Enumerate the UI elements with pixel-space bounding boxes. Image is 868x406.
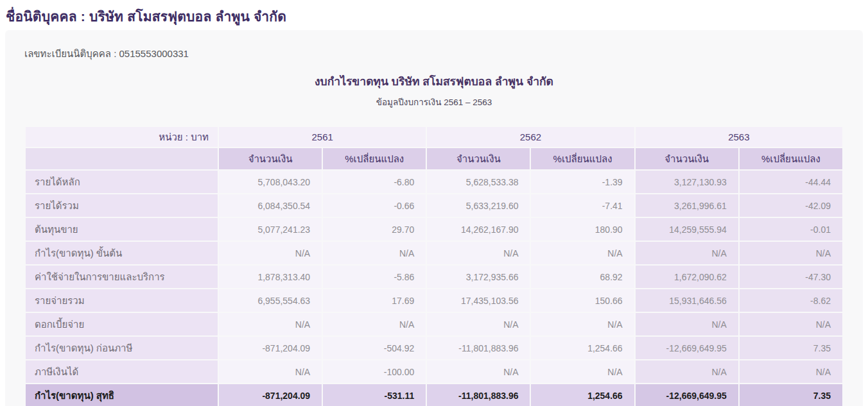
change-2561: N/A [323, 242, 426, 264]
change-2563: N/A [740, 360, 842, 383]
change-2562: -1.39 [531, 171, 634, 193]
table-row-selling-admin-expenses: ค่าใช้จ่ายในการขายและบริการ 1,878,313.40… [26, 266, 842, 288]
statement-title: งบกำไรขาดทุน บริษัท สโมสรฟุตบอล ลำพูน จำ… [24, 72, 844, 90]
table-row-interest-expense: ดอกเบี้ยจ่าย N/A N/A N/A N/A N/A N/A [26, 313, 842, 335]
change-header-2563: %เปลี่ยนแปลง [740, 148, 842, 169]
amount-2563: 15,931,646.56 [636, 289, 738, 312]
amount-2563: -12,669,649.95 [636, 337, 738, 359]
sub-header-row: จำนวนเงิน %เปลี่ยนแปลง จำนวนเงิน %เปลี่ย… [26, 148, 842, 169]
amount-2561: 6,084,350.54 [219, 194, 322, 217]
amount-2562: -11,801,883.96 [427, 337, 530, 359]
change-2563: 7.35 [740, 384, 842, 406]
amount-2563: N/A [636, 313, 738, 335]
row-label: รายได้รวม [26, 194, 218, 217]
row-label: ดอกเบี้ยจ่าย [26, 313, 218, 335]
row-label: กำไร(ขาดทุน) ขั้นต้น [26, 242, 218, 264]
amount-2562: 5,628,533.38 [427, 171, 530, 193]
change-2563: N/A [740, 313, 842, 335]
amount-2563: 14,259,555.94 [636, 218, 738, 241]
amount-2561: -871,204.09 [219, 337, 322, 359]
change-2563: N/A [740, 242, 842, 264]
amount-2561: N/A [219, 360, 322, 383]
change-2561: N/A [323, 313, 426, 335]
change-2562: 1,254.66 [531, 384, 634, 406]
change-header-2562: %เปลี่ยนแปลง [531, 148, 634, 169]
year-header-2562: 2562 [427, 127, 634, 147]
year-header-2561: 2561 [219, 127, 426, 147]
change-2562: 1,254.66 [531, 337, 634, 359]
row-label: ภาษีเงินได้ [26, 360, 218, 383]
change-2561: -0.66 [323, 194, 426, 217]
row-label: กำไร(ขาดทุน) สุทธิ [26, 384, 218, 406]
change-2562: N/A [531, 360, 634, 383]
change-2561: 29.70 [323, 218, 426, 241]
change-2562: -7.41 [531, 194, 634, 217]
statement-card: เลขทะเบียนนิติบุคคล : 0515553000331 งบกำ… [5, 30, 863, 406]
amount-2561: N/A [219, 313, 322, 335]
amount-2561: N/A [219, 242, 322, 264]
amount-header-2561: จำนวนเงิน [219, 148, 322, 169]
row-label: รายได้หลัก [26, 171, 218, 193]
amount-header-2562: จำนวนเงิน [427, 148, 530, 169]
page-header: ชื่อนิติบุคคล : บริษัท สโมสรฟุตบอล ลำพูน… [0, 0, 868, 30]
amount-2562: N/A [427, 360, 530, 383]
table-row-cost-of-sales: ต้นทุนขาย 5,077,241.23 29.70 14,262,167.… [26, 218, 842, 241]
row-label: กำไร(ขาดทุน) ก่อนภาษี [26, 337, 218, 359]
change-2563: -0.01 [740, 218, 842, 241]
table-row-net-profit: กำไร(ขาดทุน) สุทธิ -871,204.09 -531.11 -… [26, 384, 842, 406]
row-label: ต้นทุนขาย [26, 218, 218, 241]
amount-2563: -12,669,649.95 [636, 384, 738, 406]
amount-2562: 5,633,219.60 [427, 194, 530, 217]
amount-2561: 6,955,554.63 [219, 289, 322, 312]
table-row-income-tax: ภาษีเงินได้ N/A -100.00 N/A N/A N/A N/A [26, 360, 842, 383]
amount-2562: 3,172,935.66 [427, 266, 530, 288]
change-2561: 17.69 [323, 289, 426, 312]
change-2562: 180.90 [531, 218, 634, 241]
table-row-main-revenue: รายได้หลัก 5,708,043.20 -6.80 5,628,533.… [26, 171, 842, 193]
change-2561: -6.80 [323, 171, 426, 193]
year-header-2563: 2563 [636, 127, 842, 147]
blank-header-cell [26, 148, 218, 169]
profit-loss-table: หน่วย : บาท 2561 2562 2563 จำนวนเงิน %เป… [24, 126, 844, 406]
change-2562: N/A [531, 313, 634, 335]
change-2563: -47.30 [740, 266, 842, 288]
amount-2562: N/A [427, 313, 530, 335]
change-2561: -100.00 [323, 360, 426, 383]
change-2563: -8.62 [740, 289, 842, 312]
amount-2563: 3,261,996.61 [636, 194, 738, 217]
change-2563: -44.44 [740, 171, 842, 193]
row-label: รายจ่ายรวม [26, 289, 218, 312]
change-2561: -5.86 [323, 266, 426, 288]
registration-number: เลขทะเบียนนิติบุคคล : 0515553000331 [24, 46, 844, 62]
statement-subtitle: ข้อมูลปีงบการเงิน 2561 – 2563 [24, 95, 844, 109]
table-row-gross-profit: กำไร(ขาดทุน) ขั้นต้น N/A N/A N/A N/A N/A… [26, 242, 842, 264]
table-row-total-expenses: รายจ่ายรวม 6,955,554.63 17.69 17,435,103… [26, 289, 842, 312]
table-row-total-revenue: รายได้รวม 6,084,350.54 -0.66 5,633,219.6… [26, 194, 842, 217]
amount-2563: 3,127,130.93 [636, 171, 738, 193]
change-2563: -42.09 [740, 194, 842, 217]
row-label: ค่าใช้จ่ายในการขายและบริการ [26, 266, 218, 288]
amount-2561: 1,878,313.40 [219, 266, 322, 288]
amount-2562: 14,262,167.90 [427, 218, 530, 241]
entity-name-title: ชื่อนิติบุคคล : บริษัท สโมสรฟุตบอล ลำพูน… [6, 6, 860, 27]
table-row-profit-before-tax: กำไร(ขาดทุน) ก่อนภาษี -871,204.09 -504.9… [26, 337, 842, 359]
amount-2563: N/A [636, 360, 738, 383]
change-2561: -504.92 [323, 337, 426, 359]
amount-2562: -11,801,883.96 [427, 384, 530, 406]
change-2563: 7.35 [740, 337, 842, 359]
year-header-row: หน่วย : บาท 2561 2562 2563 [26, 127, 842, 147]
unit-label: หน่วย : บาท [26, 127, 218, 147]
change-2562: 68.92 [531, 266, 634, 288]
amount-2563: 1,672,090.62 [636, 266, 738, 288]
amount-2562: N/A [427, 242, 530, 264]
amount-2561: -871,204.09 [219, 384, 322, 406]
amount-2562: 17,435,103.56 [427, 289, 530, 312]
amount-2561: 5,077,241.23 [219, 218, 322, 241]
change-2562: 150.66 [531, 289, 634, 312]
amount-2561: 5,708,043.20 [219, 171, 322, 193]
change-header-2561: %เปลี่ยนแปลง [323, 148, 426, 169]
change-2561: -531.11 [323, 384, 426, 406]
amount-header-2563: จำนวนเงิน [636, 148, 738, 169]
amount-2563: N/A [636, 242, 738, 264]
change-2562: N/A [531, 242, 634, 264]
